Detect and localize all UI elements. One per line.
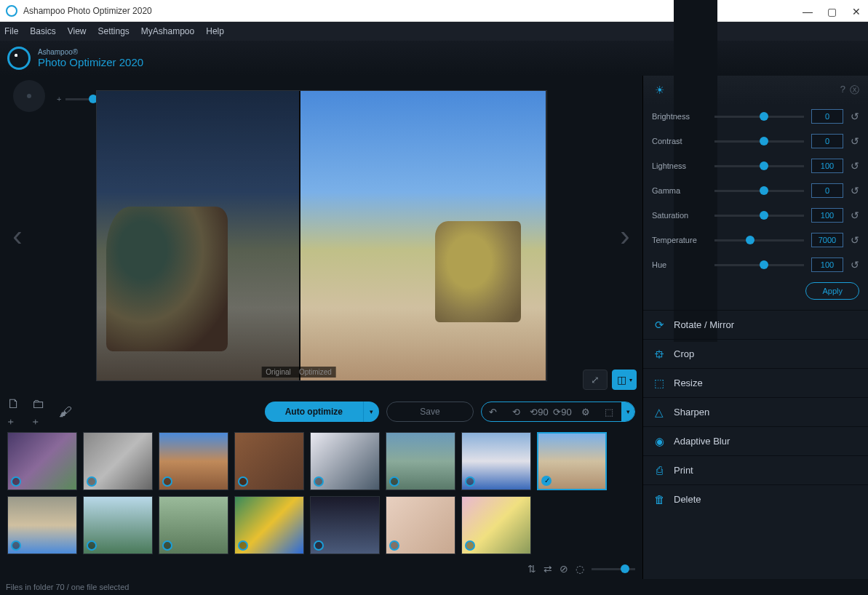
reset-icon[interactable]: ↺ <box>851 259 859 271</box>
correction-label: Lightness <box>652 161 707 170</box>
rotate-left-button[interactable]: ⟲90 <box>528 402 550 421</box>
correction-slider[interactable] <box>714 190 804 192</box>
sort-horizontal-icon[interactable]: ⇄ <box>544 563 552 575</box>
minimize-button[interactable]: — <box>803 6 813 16</box>
menu-settings[interactable]: Settings <box>97 26 129 36</box>
correction-value-input[interactable]: 100 <box>811 257 843 272</box>
thumbnail[interactable] <box>310 496 380 554</box>
save-button[interactable]: Save <box>386 402 474 422</box>
sharpen-section[interactable]: △ Sharpen <box>643 397 868 426</box>
compare-mode-button[interactable]: ◫▾ <box>612 370 637 390</box>
correction-slider[interactable] <box>714 116 804 118</box>
status-text: Files in folder 70 / one file selected <box>6 583 129 591</box>
thumbnail[interactable] <box>7 496 77 554</box>
thumbnail[interactable] <box>310 432 380 490</box>
menu-file[interactable]: File <box>4 26 18 36</box>
correction-row-hue: Hue100↺ <box>652 257 859 272</box>
correction-value-input[interactable]: 100 <box>811 159 843 173</box>
reset-icon[interactable]: ↺ <box>851 111 859 122</box>
maximize-button[interactable]: ▢ <box>827 6 837 16</box>
print-section[interactable]: ⎙ Print <box>643 455 868 484</box>
menu-basics[interactable]: Basics <box>30 26 55 36</box>
right-panel: ☀ Correction ? ⓧ Brightness0↺Contrast0↺L… <box>642 76 868 579</box>
undo-all-button[interactable]: ⟲ <box>505 402 527 421</box>
correction-slider[interactable] <box>714 215 804 217</box>
statusbar: Files in folder 70 / one file selected <box>0 579 868 595</box>
correction-value-input[interactable]: 0 <box>811 134 843 148</box>
thumbnail[interactable] <box>159 432 228 490</box>
pan-control[interactable] <box>13 80 45 112</box>
thumbnail[interactable] <box>7 432 77 490</box>
resize-section[interactable]: ⬚ Resize <box>643 368 868 397</box>
correction-value-input[interactable]: 7000 <box>811 233 843 247</box>
split-handle[interactable] <box>299 91 300 380</box>
thumbnail[interactable] <box>83 496 153 554</box>
help-icon[interactable]: ? <box>840 84 845 97</box>
blur-icon: ◉ <box>652 435 666 448</box>
close-panel-icon[interactable]: ⓧ <box>850 84 859 97</box>
settings-gear-icon[interactable]: ⚙ <box>575 402 597 421</box>
apply-button[interactable]: Apply <box>805 282 859 300</box>
marquee-icon[interactable]: ⬚ <box>598 402 620 421</box>
original-label: Original <box>266 368 290 376</box>
rotate-icon: ⟳ <box>652 319 666 332</box>
reset-icon[interactable]: ↺ <box>851 185 859 196</box>
reset-icon[interactable]: ↺ <box>851 209 859 221</box>
correction-icon: ☀ <box>652 84 666 97</box>
crop-section[interactable]: ⯐ Crop <box>643 339 868 368</box>
next-photo-button[interactable]: › <box>608 220 642 252</box>
preview-image[interactable]: Original Optimized <box>96 90 547 381</box>
correction-row-brightness: Brightness0↺ <box>652 109 859 124</box>
select-all-icon[interactable]: ⊘ <box>560 563 568 575</box>
rotate-mirror-section[interactable]: ⟳ Rotate / Mirror <box>643 310 868 339</box>
thumbnail[interactable] <box>386 496 455 554</box>
undo-button[interactable]: ↶ <box>482 402 503 421</box>
zoom-plus-icon[interactable]: + <box>57 95 61 103</box>
correction-value-input[interactable]: 0 <box>811 183 843 198</box>
brand-logo-icon <box>7 47 31 70</box>
thumb-size-slider[interactable] <box>592 568 635 570</box>
correction-slider[interactable] <box>714 239 804 241</box>
thumbnail[interactable] <box>83 432 153 490</box>
brush-icon[interactable]: 🖌 <box>57 403 74 420</box>
menu-view[interactable]: View <box>68 26 87 36</box>
reset-icon[interactable]: ↺ <box>851 160 859 172</box>
close-button[interactable]: ✕ <box>852 6 862 16</box>
fullscreen-button[interactable]: ⤢ <box>583 370 608 390</box>
print-icon: ⎙ <box>652 464 666 476</box>
correction-value-input[interactable]: 100 <box>811 208 843 223</box>
thumbnail[interactable] <box>386 432 455 490</box>
rotate-right-button[interactable]: ⟳90 <box>552 402 573 421</box>
correction-header[interactable]: ☀ Correction ? ⓧ <box>643 76 868 105</box>
delete-section[interactable]: 🗑 Delete <box>643 484 868 514</box>
blur-section[interactable]: ◉ Adaptive Blur <box>643 426 868 455</box>
prev-photo-button[interactable]: ‹ <box>0 220 35 252</box>
reset-icon[interactable]: ↺ <box>851 135 859 147</box>
correction-row-contrast: Contrast0↺ <box>652 134 859 148</box>
correction-label: Temperature <box>652 236 707 244</box>
correction-row-saturation: Saturation100↺ <box>652 208 859 223</box>
auto-optimize-dropdown[interactable]: ▾ <box>363 402 379 422</box>
deselect-icon[interactable]: ◌ <box>576 563 584 575</box>
auto-optimize-button[interactable]: Auto optimize▾ <box>265 402 379 422</box>
reset-icon[interactable]: ↺ <box>851 234 859 246</box>
correction-slider[interactable] <box>714 140 804 143</box>
add-folder-icon[interactable]: 🗀₊ <box>32 403 49 420</box>
correction-label: Hue <box>652 260 707 269</box>
sort-vertical-icon[interactable]: ⇅ <box>527 563 536 575</box>
thumbnail[interactable] <box>234 496 304 554</box>
thumbnail[interactable] <box>461 496 531 554</box>
correction-slider[interactable] <box>714 165 804 167</box>
thumbnail[interactable] <box>159 496 228 554</box>
correction-slider[interactable] <box>714 264 804 266</box>
thumbnail-selected[interactable] <box>537 432 607 490</box>
correction-value-input[interactable]: 0 <box>811 109 843 124</box>
add-file-icon[interactable]: 🗋₊ <box>7 403 25 420</box>
correction-label: Saturation <box>652 211 707 220</box>
correction-row-lightness: Lightness100↺ <box>652 159 859 173</box>
thumbnail[interactable] <box>461 432 531 490</box>
tool-cluster-dropdown[interactable]: ▾ <box>621 402 634 421</box>
menu-help[interactable]: Help <box>206 26 224 36</box>
menu-myashampoo[interactable]: MyAshampoo <box>141 26 194 36</box>
thumbnail[interactable] <box>234 432 304 490</box>
